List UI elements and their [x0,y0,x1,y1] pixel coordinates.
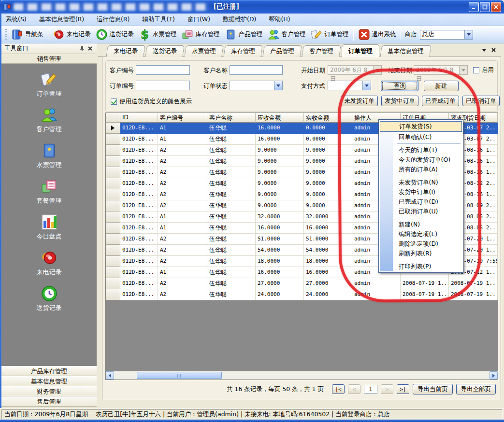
section-header-after-sales[interactable]: 售后管理 [1,396,97,407]
menu-item[interactable]: 系统(S) [6,15,27,24]
pin-button[interactable] [78,45,86,53]
tab-list-dropdown-button[interactable] [482,49,486,52]
toolbar-product[interactable]: 产品管理 [222,28,265,42]
row-selector-cell[interactable] [106,178,120,189]
order-status-filter-button[interactable]: 未发货订单 [341,96,378,106]
table-row[interactable]: 012D-E8... A2 伍华聪 27.0000 27.0000 admin … [106,278,498,289]
toolbar-nav-strip[interactable]: 导航条 [9,28,46,42]
tab[interactable]: 库存管理 [223,45,262,57]
section-header-finance[interactable]: 财务管理 [1,386,97,396]
shop-select[interactable]: 总店 [420,30,473,40]
row-selector-cell[interactable] [106,145,120,156]
order-status-filter-button[interactable]: 发货中订单 [381,96,418,106]
section-header-sales[interactable]: 销售管理 [1,54,97,64]
tab[interactable]: 来电记录 [106,45,145,57]
row-selector-cell[interactable] [106,267,120,278]
start-date-picker[interactable]: 2009年 6月 8日 [328,65,382,75]
tab-close-button[interactable] [491,47,496,54]
toolbar-inventory[interactable]: 库存管理 [179,28,222,42]
context-menu-item[interactable]: 打印列表(P) [380,262,462,271]
enable-date-checkbox[interactable] [473,67,479,73]
toolbar-water-ticket[interactable]: $ 水票管理 [136,28,179,42]
first-page-button[interactable]: |< [332,384,345,394]
row-selector-cell[interactable] [106,289,120,300]
context-menu-item[interactable]: 发货中订单(I) [380,187,462,197]
sidebar-item-package[interactable]: 套餐管理 [20,178,78,205]
new-button[interactable]: 新建 [424,81,459,91]
toolbar-call-log[interactable]: 来电记录 [50,28,93,42]
menu-item[interactable]: 窗口(W) [187,15,210,24]
menu-item[interactable]: 帮助(H) [269,15,290,24]
row-selector-cell[interactable] [106,256,120,267]
splitter[interactable] [97,43,98,408]
row-selector-cell[interactable] [106,134,120,145]
menu-item[interactable]: 数据维护(D) [223,15,256,24]
context-menu-item[interactable]: 所有的订单(A) [380,165,462,174]
pay-method-select[interactable] [328,81,371,90]
toolbar-delivery-log[interactable]: 送货记录 [93,28,136,42]
tab[interactable]: 基本信息管理 [380,45,431,57]
export-current-page-button[interactable]: 导出当前页 [413,384,453,394]
menu-item[interactable]: 辅助工具(T) [143,15,175,24]
scroll-right-button[interactable] [490,371,498,380]
context-menu-item[interactable]: 删除选定项(D) [380,239,462,249]
section-header-product-inventory[interactable]: 产品库存管理 [1,366,97,376]
prev-page-button[interactable]: < [348,384,360,394]
sidebar-item-daily-stocktake[interactable]: 今日盘点 [20,213,78,241]
sidebar-item-customer[interactable]: 客户管理 [20,106,78,134]
start-date-arrow[interactable] [373,66,381,74]
context-menu-item[interactable]: 今天的发货订单(O) [380,155,462,165]
row-selector-cell[interactable] [106,200,120,211]
shop-select-arrow[interactable] [464,30,473,39]
row-selector-cell[interactable] [106,245,120,256]
tab[interactable]: 送货记录 [145,45,184,57]
row-selector-cell[interactable] [106,223,120,234]
column-header-customer-no[interactable]: 客户编号 [158,113,207,123]
tool-window-close-button[interactable] [86,45,94,53]
context-menu-item[interactable]: 已取消订单(U) [380,207,462,216]
row-selector-cell[interactable] [106,211,120,223]
color-display-checkbox[interactable] [111,98,117,105]
order-no-input[interactable] [136,81,190,90]
order-status-filter-button[interactable]: 已完成订单 [422,96,459,106]
menu-item[interactable]: 基本信息管理(B) [39,15,84,24]
customer-no-input[interactable] [136,65,190,75]
sidebar-item-water-ticket[interactable]: 水票管理 [20,142,78,169]
tab[interactable]: 产品管理 [262,45,302,57]
tab[interactable]: 订单管理 [342,44,379,57]
context-menu-item[interactable]: 订单发货(S) [380,121,462,132]
order-status-arrow[interactable] [274,81,282,90]
pay-method-arrow[interactable] [362,81,371,90]
row-selector-cell[interactable] [106,234,120,245]
minimize-button[interactable] [469,2,479,12]
context-menu-item[interactable]: 新建(N) [380,220,462,229]
context-menu-item[interactable]: 回单确认(C) [380,132,462,142]
row-selector-cell[interactable] [106,123,120,134]
column-header-received[interactable]: 实收金额 [304,113,352,123]
row-selector-cell[interactable] [106,189,120,200]
sidebar-item-order[interactable]: 订单管理 [20,70,78,98]
end-date-picker[interactable]: 2009年 6月 8日 [414,65,468,75]
column-header-receivable[interactable]: 应收金额 [256,113,304,123]
maximize-button[interactable] [480,2,490,12]
tab[interactable]: 水票管理 [184,45,223,57]
toolbar-order[interactable]: 订单管理 [308,28,351,42]
context-menu-item[interactable]: 今天的订单(T) [380,145,462,155]
context-menu-item[interactable]: 刷新列表(R) [380,249,462,258]
order-status-select[interactable] [230,81,283,90]
close-button[interactable] [491,2,501,12]
context-menu-item[interactable]: 编辑选定项(E) [380,229,462,239]
next-page-button[interactable]: > [381,384,393,394]
context-menu-item[interactable]: 未发货订单(N) [380,178,462,187]
context-menu-item[interactable]: 已完成订单(D) [380,197,462,207]
row-selector-cell[interactable] [106,156,120,167]
last-page-button[interactable]: >| [397,384,409,394]
section-header-basic-info[interactable]: 基本信息管理 [1,376,97,386]
toolbar-exit[interactable]: 退出系统 [356,28,399,42]
menu-item[interactable]: 运行信息(R) [97,15,130,24]
scrollbar-thumb[interactable] [137,372,222,379]
order-status-filter-button[interactable]: 已取消订单 [462,96,500,106]
toolbar-customer[interactable]: 客户管理 [265,28,308,42]
export-all-pages-button[interactable]: 导出全部页 [456,384,496,394]
row-selector-cell[interactable] [106,167,120,178]
